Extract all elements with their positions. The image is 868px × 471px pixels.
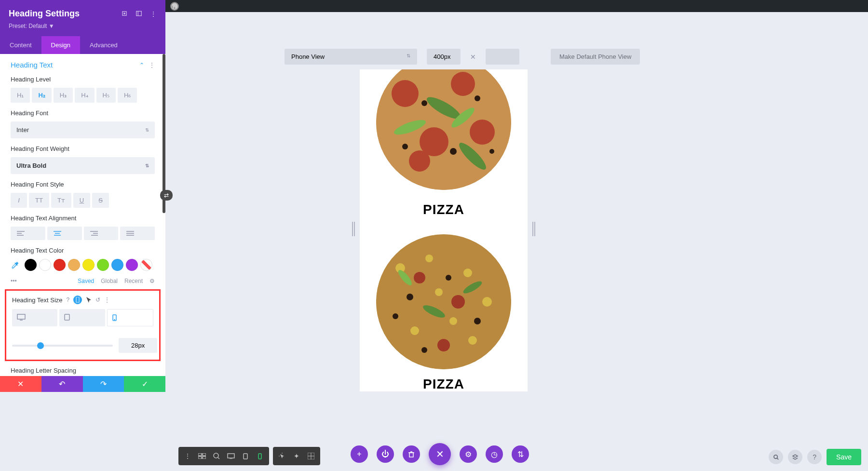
heading-level-h2[interactable]: H₂ bbox=[32, 88, 51, 103]
color-settings-icon[interactable]: ⚙ bbox=[149, 278, 155, 284]
heading-level-group: Heading Level H₁ H₂ H₃ H₄ H₅ H₆ bbox=[0, 76, 165, 109]
color-white[interactable] bbox=[39, 259, 51, 271]
toolbar-grid-icon[interactable] bbox=[304, 449, 318, 463]
tab-content[interactable]: Content bbox=[0, 36, 41, 54]
resize-handle-left[interactable] bbox=[352, 222, 355, 236]
svg-point-47 bbox=[410, 326, 419, 335]
redo-button[interactable]: ↷ bbox=[83, 376, 124, 392]
responsive-phone-icon[interactable] bbox=[73, 296, 82, 304]
svg-point-52 bbox=[474, 318, 481, 324]
device-desktop[interactable] bbox=[12, 309, 57, 326]
stack-button[interactable] bbox=[788, 450, 802, 464]
device-tablet[interactable] bbox=[59, 309, 105, 326]
history-button[interactable]: ◷ bbox=[486, 445, 503, 463]
snap-icon[interactable] bbox=[136, 10, 142, 18]
svg-point-53 bbox=[421, 347, 427, 353]
toolbar-more-icon[interactable]: ⋮ bbox=[180, 449, 195, 463]
align-left[interactable] bbox=[11, 227, 45, 240]
font-select[interactable]: Inter ⇅ bbox=[11, 121, 155, 138]
color-red[interactable] bbox=[54, 259, 66, 271]
preset-selector[interactable]: Preset: Default ▼ bbox=[9, 23, 157, 29]
pizza-image-2 bbox=[376, 234, 511, 369]
cancel-button[interactable]: ✕ bbox=[0, 376, 41, 392]
style-uppercase[interactable]: TT bbox=[29, 193, 49, 208]
power-button[interactable]: ⏻ bbox=[377, 445, 394, 463]
align-center[interactable] bbox=[47, 227, 82, 240]
heading-level-h6[interactable]: H₆ bbox=[118, 88, 137, 103]
svg-point-48 bbox=[435, 288, 443, 296]
settings-tabs: Content Design Advanced bbox=[0, 36, 165, 54]
help-icon[interactable]: ? bbox=[67, 296, 70, 303]
heading-level-h5[interactable]: H₅ bbox=[96, 88, 116, 103]
add-section-button[interactable]: + bbox=[351, 445, 368, 463]
close-builder-button[interactable]: ✕ bbox=[429, 443, 451, 465]
viewport-height-input[interactable] bbox=[486, 49, 519, 65]
toolbar-zoom-icon[interactable] bbox=[209, 449, 224, 463]
color-tab-saved[interactable]: Saved bbox=[78, 278, 94, 284]
option-more-icon[interactable]: ⋮ bbox=[104, 296, 110, 303]
section-heading-text[interactable]: Heading Text ⌃ ⋮ bbox=[0, 54, 165, 76]
color-blue[interactable] bbox=[111, 259, 123, 271]
color-more-icon[interactable]: ••• bbox=[11, 278, 17, 284]
color-black[interactable] bbox=[25, 259, 37, 271]
color-none[interactable] bbox=[140, 259, 152, 271]
section-more-icon[interactable]: ⋮ bbox=[149, 62, 155, 68]
toolbar-tablet-icon[interactable] bbox=[238, 449, 253, 463]
style-capitalize[interactable]: Tᴛ bbox=[51, 193, 71, 208]
style-italic[interactable]: I bbox=[11, 193, 27, 208]
slider-handle[interactable] bbox=[37, 342, 44, 349]
color-tab-global[interactable]: Global bbox=[101, 278, 118, 284]
color-yellow[interactable] bbox=[82, 259, 95, 271]
tab-design[interactable]: Design bbox=[41, 36, 80, 54]
undo-button[interactable]: ↶ bbox=[41, 376, 83, 392]
scrollbar[interactable] bbox=[163, 54, 165, 213]
font-weight-select[interactable]: Ultra Bold ⇅ bbox=[11, 157, 155, 174]
help-button[interactable]: ? bbox=[807, 450, 822, 464]
wordpress-logo-icon[interactable] bbox=[170, 2, 179, 11]
align-right[interactable] bbox=[84, 227, 119, 240]
eyedropper-icon[interactable] bbox=[11, 261, 19, 269]
view-mode-select[interactable]: Phone View ⇅ bbox=[285, 49, 417, 65]
caret-icon: ⇅ bbox=[407, 53, 410, 60]
color-tab-recent[interactable]: Recent bbox=[124, 278, 143, 284]
page-settings-button[interactable]: ⚙ bbox=[460, 445, 477, 463]
layers-button[interactable]: ⇅ bbox=[512, 445, 529, 463]
color-orange[interactable] bbox=[68, 259, 80, 271]
expand-icon[interactable] bbox=[121, 10, 128, 18]
apply-button[interactable]: ✓ bbox=[124, 376, 165, 392]
text-size-slider[interactable] bbox=[12, 345, 113, 347]
svg-point-59 bbox=[414, 272, 425, 283]
tab-advanced[interactable]: Advanced bbox=[80, 36, 127, 54]
align-justify[interactable] bbox=[120, 227, 155, 240]
svg-rect-19 bbox=[17, 314, 25, 319]
make-default-button[interactable]: Make Default Phone View bbox=[551, 49, 640, 65]
resize-handle-right[interactable] bbox=[532, 222, 535, 236]
toolbar-click-icon[interactable] bbox=[275, 449, 289, 463]
more-icon[interactable]: ⋮ bbox=[150, 10, 157, 18]
reset-icon[interactable]: ↺ bbox=[95, 296, 100, 303]
toolbar-phone-icon[interactable] bbox=[253, 449, 267, 463]
device-phone[interactable] bbox=[107, 309, 153, 326]
search-button[interactable] bbox=[769, 450, 783, 464]
text-size-input[interactable] bbox=[119, 338, 157, 353]
hover-icon[interactable] bbox=[86, 296, 92, 303]
color-green[interactable] bbox=[97, 259, 109, 271]
delete-button[interactable] bbox=[403, 445, 420, 463]
style-underline[interactable]: U bbox=[73, 193, 90, 208]
svg-point-39 bbox=[489, 149, 494, 154]
color-purple[interactable] bbox=[126, 259, 138, 271]
style-strikethrough[interactable]: S bbox=[92, 193, 109, 208]
collapse-sidebar-handle[interactable]: ⇄ bbox=[160, 190, 173, 201]
heading-level-h1[interactable]: H₁ bbox=[11, 88, 30, 103]
heading-level-h4[interactable]: H₄ bbox=[75, 88, 94, 103]
viewport-width-input[interactable] bbox=[427, 49, 461, 65]
svg-line-80 bbox=[777, 458, 778, 459]
toolbar-wireframe-icon[interactable] bbox=[195, 449, 209, 463]
collapse-icon[interactable]: ⌃ bbox=[139, 62, 144, 68]
toolbar-desktop-icon[interactable] bbox=[224, 449, 238, 463]
bottom-toolbar: ⋮ ✦ bbox=[178, 447, 320, 465]
heading-level-h3[interactable]: H₃ bbox=[54, 88, 73, 103]
heading-font-group: Heading Font Inter ⇅ bbox=[0, 109, 165, 145]
save-button[interactable]: Save bbox=[827, 449, 861, 465]
toolbar-brightness-icon[interactable]: ✦ bbox=[289, 449, 304, 463]
